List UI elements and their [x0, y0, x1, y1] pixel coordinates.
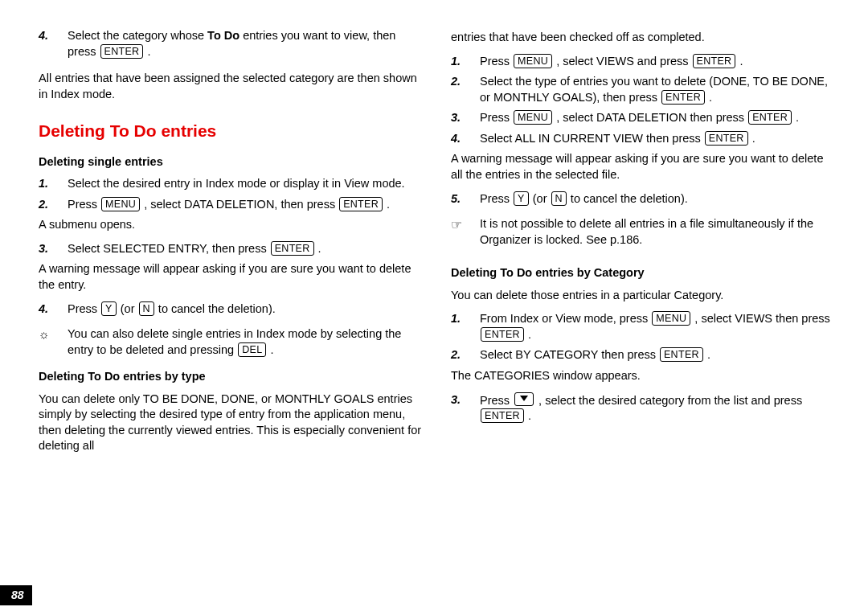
menu-key-icon: MENU [514, 110, 552, 125]
subheading-category: Deleting To Do entries by Category [451, 265, 834, 281]
step-body: Select BY CATEGORY then press ENTER . [480, 347, 834, 363]
step-body: Select SELECTED ENTRY, then press ENTER … [68, 241, 422, 257]
text: . [383, 198, 390, 211]
menu-key-icon: MENU [652, 311, 690, 326]
y-key-icon: Y [514, 191, 529, 206]
text: , select VIEWS and press [553, 55, 691, 68]
text: . [736, 55, 743, 68]
text: Select the type of entries you want to d… [480, 75, 828, 104]
step-body: Press Y (or N to cancel the deletion). [68, 301, 422, 318]
step-body: Select the category whose To Do entries … [68, 28, 422, 59]
enter-key-icon: ENTER [339, 197, 383, 211]
step-number: 5. [451, 191, 480, 207]
step-1: 1. Select the desired entry in Index mod… [39, 176, 422, 192]
step-body: Press MENU , select DATA DELETION then p… [480, 110, 834, 126]
del-key-icon: DEL [238, 342, 266, 357]
text: Press [480, 111, 513, 124]
step-number: 3. [451, 110, 480, 126]
step-number: 4. [39, 301, 68, 318]
step-2c: 2. Select BY CATEGORY then press ENTER . [451, 347, 834, 363]
step-number: 3. [451, 392, 480, 424]
text: . [706, 91, 712, 104]
menu-key-icon: MENU [101, 197, 140, 211]
tip-hand: ☞ It is not possible to delete all entri… [451, 216, 834, 248]
step-1: 1. Press MENU , select VIEWS and press E… [451, 54, 834, 70]
step-number: 2. [451, 74, 480, 105]
step-number: 4. [451, 131, 480, 147]
paragraph: All entries that have been assigned the … [39, 71, 422, 102]
step-number: 3. [39, 241, 68, 257]
enter-key-icon: ENTER [661, 90, 705, 105]
tip-body: You can also delete single entries in In… [68, 326, 422, 358]
text: Select BY CATEGORY then press [480, 348, 659, 361]
menu-key-icon: MENU [514, 54, 552, 68]
step-body: Press MENU , select DATA DELETION, then … [68, 197, 422, 213]
enter-key-icon: ENTER [481, 327, 524, 342]
paragraph: A submenu opens. [39, 217, 422, 233]
text: . [525, 409, 531, 422]
step-body: Select the type of entries you want to d… [480, 74, 834, 105]
text: . [315, 242, 321, 255]
enter-key-icon: ENTER [748, 110, 792, 125]
enter-key-icon: ENTER [271, 241, 314, 256]
step-4: 4. Select ALL IN CURRENT VIEW then press… [451, 131, 834, 147]
step-2: 2. Select the type of entries you want t… [451, 74, 834, 105]
step-4: 4. Select the category whose To Do entri… [39, 28, 422, 59]
text: , select DATA DELETION then press [553, 111, 747, 124]
paragraph: A warning message will appear asking if … [451, 151, 834, 182]
step-3: 3. Press MENU , select DATA DELETION the… [451, 110, 834, 126]
step-1c: 1. From Index or View mode, press MENU ,… [451, 311, 834, 342]
n-key-icon: N [139, 301, 154, 316]
page-number: 88 [0, 585, 32, 605]
step-body: Press MENU , select VIEWS and press ENTE… [480, 54, 834, 70]
text: Press [68, 198, 100, 211]
step-4b: 4. Press Y (or N to cancel the deletion)… [39, 301, 422, 318]
step-body: From Index or View mode, press MENU , se… [480, 311, 834, 342]
text: , select DATA DELETION, then press [141, 198, 338, 211]
step-body: Select ALL IN CURRENT VIEW then press EN… [480, 131, 834, 147]
paragraph: You can delete those entries in a partic… [451, 288, 834, 304]
enter-key-icon: ENTER [693, 54, 736, 68]
page-footer: 88 [0, 585, 868, 605]
text: Press [68, 302, 100, 315]
text: Select the category whose [68, 29, 207, 42]
step-number: 4. [39, 28, 68, 59]
manual-page: 4. Select the category whose To Do entri… [0, 0, 868, 611]
text: You can also delete single entries in In… [68, 327, 401, 356]
step-body: Press Y (or N to cancel the deletion). [480, 191, 834, 207]
paragraph: You can delete only TO BE DONE, DONE, or… [39, 392, 422, 454]
text: Select SELECTED ENTRY, then press [68, 242, 270, 255]
tip-body: It is not possible to delete all entries… [480, 216, 834, 248]
enter-key-icon: ENTER [481, 408, 524, 423]
text: Press [480, 192, 513, 205]
step-number: 2. [39, 197, 68, 213]
paragraph: The CATEGORIES window appears. [451, 368, 834, 384]
text: to cancel the deletion). [567, 192, 688, 205]
step-2: 2. Press MENU , select DATA DELETION, th… [39, 197, 422, 213]
step-3: 3. Select SELECTED ENTRY, then press ENT… [39, 241, 422, 257]
subheading-single: Deleting single entries [39, 154, 422, 170]
text: , select the desired category from the l… [535, 394, 802, 407]
hand-icon: ☞ [451, 216, 480, 248]
subheading-type: Deleting To Do entries by type [39, 369, 422, 385]
text: . [792, 111, 799, 124]
tip-bulb: ☼ You can also delete single entries in … [39, 326, 422, 358]
step-number: 1. [451, 54, 480, 70]
text: From Index or View mode, press [480, 312, 651, 325]
left-column: 4. Select the category whose To Do entri… [39, 28, 422, 462]
text: . [704, 348, 710, 361]
enter-key-icon: ENTER [705, 131, 748, 146]
section-heading-deleting: Deleting To Do entries [39, 120, 422, 142]
bulb-icon: ☼ [39, 326, 68, 358]
text: , select VIEWS then press [691, 312, 829, 325]
text: Press [480, 394, 513, 407]
enter-key-icon: ENTER [660, 347, 703, 362]
paragraph: A warning message will appear asking if … [39, 261, 422, 293]
down-arrow-key-icon [514, 392, 534, 406]
step-3c: 3. Press , select the desired category f… [451, 392, 834, 424]
step-number: 1. [39, 176, 68, 192]
step-5: 5. Press Y (or N to cancel the deletion)… [451, 191, 834, 207]
text: to cancel the deletion). [155, 302, 276, 315]
y-key-icon: Y [101, 301, 117, 316]
text: . [267, 343, 273, 356]
